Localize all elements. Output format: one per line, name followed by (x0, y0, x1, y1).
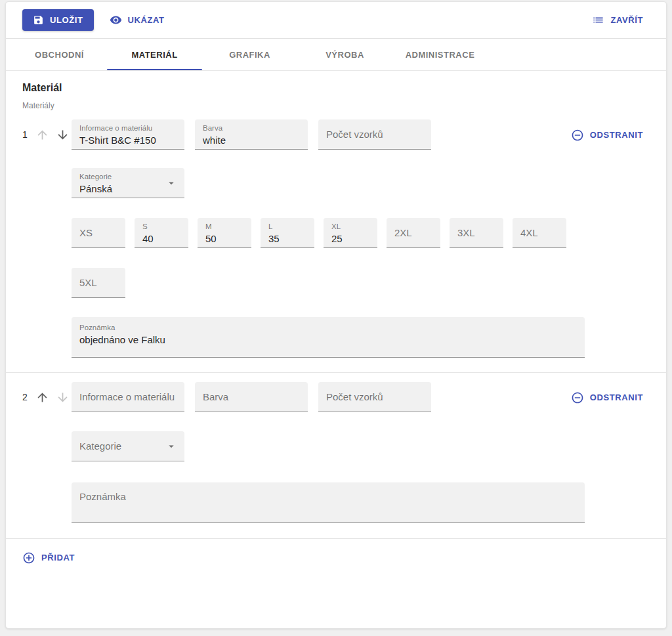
item-1-size-2xl-field[interactable]: 2XL (387, 218, 440, 248)
material-item-2: 2 Informace o materiálu (22, 382, 650, 523)
arrow-down-icon (56, 128, 70, 142)
item-1-index: 1 (22, 129, 28, 140)
item-1-note-field[interactable]: Poznámka objednáno ve Falku (72, 317, 585, 358)
field-label: Poznámka (79, 323, 577, 333)
item-2-category-select[interactable]: Kategorie (72, 431, 184, 461)
item-2-remove-button[interactable]: ODSTRANIT (564, 387, 650, 408)
item-1-size-s-field[interactable]: S 40 (135, 218, 188, 248)
arrow-up-icon (35, 391, 49, 404)
tab-material[interactable]: MATERIÁL (107, 39, 202, 70)
close-button[interactable]: ZAVŘÍT (585, 9, 650, 31)
field-label: Kategorie (79, 440, 177, 452)
remove-circle-icon (571, 129, 584, 142)
item-2-index: 2 (22, 392, 28, 402)
field-label: Počet vzorků (326, 391, 423, 403)
item-2-move-down-button[interactable] (54, 389, 71, 406)
item-1-remove-button[interactable]: ODSTRANIT (564, 124, 650, 146)
page-title: Materiál (22, 82, 650, 94)
field-label: 3XL (457, 227, 495, 239)
field-label: 2XL (394, 227, 432, 239)
tab-bar: OBCHODNÍ MATERIÁL GRAFIKA VÝROBA ADMINIS… (6, 39, 666, 71)
item-1-size-xs-field[interactable]: XS (72, 218, 125, 248)
item-1-size-l-field[interactable]: L 35 (261, 218, 314, 248)
field-label: Barva (203, 391, 300, 403)
tab-grafika[interactable]: GRAFIKA (202, 39, 297, 70)
field-label: Poznámka (79, 491, 577, 503)
save-button[interactable]: ULOŽIT (22, 9, 94, 31)
show-button[interactable]: UKÁZAT (103, 9, 171, 31)
field-label: Informace o materiálu (79, 391, 177, 403)
eye-icon (110, 14, 122, 26)
tab-vyroba[interactable]: VÝROBA (297, 39, 392, 70)
field-label: Počet vzorků (326, 129, 423, 140)
chevron-down-icon (163, 175, 179, 191)
chevron-down-icon (163, 438, 179, 454)
item-2-reorder: 2 (22, 382, 72, 412)
item-1-move-up-button[interactable] (34, 127, 51, 143)
item-1-size-m-field[interactable]: M 50 (198, 218, 251, 248)
remove-circle-icon (571, 391, 584, 404)
add-circle-icon (22, 551, 35, 564)
item-2-info-field[interactable]: Informace o materiálu (72, 382, 184, 412)
field-value: 40 (142, 232, 180, 246)
item-1-category-select[interactable]: Kategorie Pánská (72, 168, 184, 198)
add-divider (6, 538, 666, 539)
item-1-color-field[interactable]: Barva white (195, 119, 308, 150)
list-icon (592, 14, 604, 26)
field-label: Barva (203, 123, 300, 133)
item-1-move-down-button[interactable] (54, 127, 71, 143)
item-1-reorder: 1 (22, 119, 72, 150)
add-button-label: PŘIDAT (41, 553, 75, 562)
remove-button-label: ODSTRANIT (590, 130, 643, 140)
remove-button-label: ODSTRANIT (590, 392, 643, 402)
material-item-1: 1 Informace o materiálu T-Shirt B&C (22, 119, 650, 358)
field-value: T-Shirt B&C #150 (79, 133, 177, 148)
field-value: Pánská (79, 182, 177, 196)
item-2-color-field[interactable]: Barva (195, 382, 308, 412)
field-label: 4XL (520, 227, 558, 239)
item-1-info-field[interactable]: Informace o materiálu T-Shirt B&C #150 (72, 119, 184, 150)
tab-obchodni[interactable]: OBCHODNÍ (12, 39, 107, 70)
item-1-size-5xl-field[interactable]: 5XL (72, 268, 125, 298)
field-value: objednáno ve Falku (79, 333, 577, 347)
arrow-down-icon (56, 391, 70, 404)
arrow-up-icon (35, 128, 49, 142)
field-label: Kategorie (79, 172, 177, 182)
section-label: Materiály (22, 101, 650, 110)
tab-administrace[interactable]: ADMINISTRACE (392, 39, 488, 70)
field-value: white (203, 133, 300, 148)
item-1-size-xl-field[interactable]: XL 25 (324, 218, 377, 248)
field-label: Informace o materiálu (79, 123, 177, 133)
show-button-label: UKÁZAT (128, 15, 165, 25)
field-value: 35 (268, 232, 306, 246)
field-label: L (268, 222, 306, 232)
save-icon (33, 14, 44, 26)
field-label: S (142, 222, 180, 232)
item-1-samples-field[interactable]: Počet vzorků (318, 119, 431, 150)
field-label: M (205, 222, 243, 232)
item-2-move-up-button[interactable] (34, 389, 51, 406)
add-material-button[interactable]: PŘIDAT (16, 547, 81, 568)
field-label: 5XL (79, 277, 117, 289)
item-1-size-4xl-field[interactable]: 4XL (513, 218, 566, 248)
save-button-label: ULOŽIT (50, 15, 83, 25)
item-1-size-3xl-field[interactable]: 3XL (450, 218, 503, 248)
toolbar: ULOŽIT UKÁZAT ZAVŘÍT (6, 2, 666, 39)
close-button-label: ZAVŘÍT (610, 15, 643, 25)
material-section: Materiál Materiály 1 (6, 82, 666, 568)
item-2-samples-field[interactable]: Počet vzorků (318, 382, 431, 412)
form-card: ULOŽIT UKÁZAT ZAVŘÍT OBCHODNÍ MATERIÁL G… (5, 1, 667, 629)
field-value: 25 (331, 232, 369, 246)
field-label: XS (79, 227, 117, 239)
item-divider (6, 372, 666, 373)
field-label: XL (331, 222, 369, 232)
item-2-note-field[interactable]: Poznámka (72, 482, 585, 523)
field-value: 50 (205, 232, 243, 246)
